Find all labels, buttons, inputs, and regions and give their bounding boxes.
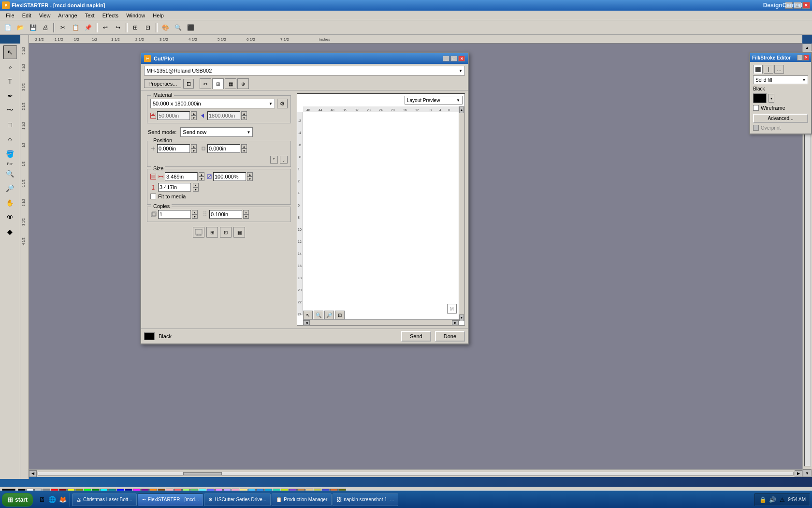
size-pct-field[interactable]: 100.000% (213, 172, 246, 181)
tab-more-btn[interactable]: ⊕ (237, 78, 249, 89)
preview-zoom-fit-btn[interactable]: ⊡ (335, 311, 345, 319)
menu-arrange[interactable]: Arrange (54, 12, 81, 19)
node-tool[interactable]: ⬦ (3, 60, 17, 74)
fit-to-media-check[interactable] (150, 194, 156, 199)
shape-tool[interactable]: ◆ (3, 225, 17, 239)
redo-btn[interactable]: ↪ (112, 22, 124, 33)
size-pct-up[interactable]: ▲ (247, 172, 253, 177)
layout-preview-dropdown[interactable]: Layout Preview ▼ (405, 96, 463, 105)
select-tool[interactable]: ↖ (3, 45, 17, 59)
pos-y-down[interactable]: ▼ (241, 149, 247, 153)
fill-tool[interactable]: 🪣 (3, 147, 17, 161)
size-w-down[interactable]: ▼ (199, 177, 204, 181)
copies-count-field[interactable]: 1 (158, 210, 191, 219)
fillstroke-close-btn[interactable]: ✕ (803, 55, 809, 60)
menu-view[interactable]: View (35, 12, 55, 19)
taskbar-item-christmas[interactable]: 🖨 Christmas Laser Bott... (72, 493, 137, 506)
send-mode-dropdown[interactable]: Send now ▼ (180, 127, 253, 137)
view1-btn[interactable]: ⊞ (130, 22, 141, 33)
material-config-btn[interactable]: ⚙ (277, 99, 288, 108)
scroll-left-btn[interactable]: ◀ (29, 470, 37, 477)
width-up-btn[interactable]: ▲ (191, 111, 197, 116)
dialog-close-btn[interactable]: ✕ (458, 56, 465, 61)
preview-hscroll[interactable]: ◀ ▶ (303, 319, 459, 325)
dialog-tool1[interactable]: ⊡ (183, 79, 194, 89)
pos-y-field[interactable]: 0.000in (207, 144, 240, 153)
fillstroke-fill-tab[interactable]: ⬛ (753, 65, 763, 74)
size-h-up[interactable]: ▲ (193, 183, 199, 187)
preview-scroll-left[interactable]: ◀ (303, 320, 310, 325)
dialog-maximize-btn[interactable]: □ (450, 56, 457, 61)
cut-btn[interactable]: ✂ (57, 22, 69, 33)
scroll-right-btn[interactable]: ▶ (795, 470, 802, 477)
properties-btn[interactable]: Properties... (144, 79, 181, 88)
height-down-btn[interactable]: ▼ (241, 116, 247, 120)
curve-tool[interactable]: 〜 (3, 104, 17, 117)
height-up-btn[interactable]: ▲ (241, 111, 247, 116)
pos-x-up[interactable]: ▲ (191, 144, 197, 149)
overprint-checkbox[interactable] (753, 125, 759, 131)
bottom-btn3[interactable]: ⊡ (220, 227, 232, 238)
taskbar-item-uscutter[interactable]: ⚙ USCutter Series Drive... (204, 493, 271, 506)
browser-icon[interactable]: 🌐 (47, 495, 57, 505)
color-btn[interactable]: 🎨 (160, 22, 171, 33)
paste-btn[interactable]: 📌 (82, 22, 94, 33)
menu-window[interactable]: Window (122, 12, 149, 19)
width-field[interactable]: 50.000in (157, 111, 190, 120)
fill-type-dropdown[interactable]: Solid fill ▼ (753, 75, 808, 84)
width-down-btn[interactable]: ▼ (191, 116, 197, 120)
tab-settings-btn[interactable]: ⊞ (212, 78, 224, 89)
ellipse-tool[interactable]: ○ (3, 133, 17, 146)
open-btn[interactable]: 📂 (14, 22, 26, 33)
copies-up[interactable]: ▲ (192, 210, 198, 214)
menu-text[interactable]: Text (81, 12, 99, 19)
fillstroke-minimize-btn[interactable]: _ (797, 55, 803, 60)
dialog-minimize-btn[interactable]: _ (443, 56, 450, 61)
size-h-field[interactable]: 3.417in (158, 183, 191, 192)
send-button[interactable]: Send (401, 331, 431, 342)
copy-btn[interactable]: 📋 (70, 22, 81, 33)
palette-btn[interactable]: ⬛ (185, 22, 196, 33)
copies-gap-up[interactable]: ▲ (243, 210, 249, 214)
size-pct-down[interactable]: ▼ (247, 177, 253, 181)
fillstroke-color-box[interactable] (753, 93, 767, 103)
menu-file[interactable]: File (2, 12, 18, 19)
copies-gap-down[interactable]: ▼ (243, 214, 249, 219)
size-w-up[interactable]: ▲ (199, 172, 204, 177)
zoom-in-tool[interactable]: 🔍 (3, 167, 17, 180)
print-btn[interactable]: 🖨 (40, 22, 51, 33)
menu-edit[interactable]: Edit (18, 12, 35, 19)
pos-y-up[interactable]: ▲ (241, 144, 247, 149)
anchor-tl-btn[interactable]: ⌜ (270, 156, 278, 164)
tab-cut-btn[interactable]: ✂ (200, 78, 211, 89)
new-btn[interactable]: 📄 (2, 22, 14, 33)
taskbar-item-production[interactable]: 📋 Production Manager (272, 493, 332, 506)
tab-preview-btn[interactable]: ▦ (225, 78, 236, 89)
menu-effects[interactable]: Effects (99, 12, 122, 19)
zoom-out-tool[interactable]: 🔎 (3, 181, 17, 195)
start-button[interactable]: ⊞ start (2, 493, 33, 507)
bottom-btn2[interactable]: ⊞ (206, 227, 218, 238)
copies-gap-field[interactable]: 0.100in (209, 210, 242, 219)
preview-zoom-in-btn[interactable]: 🔍 (314, 311, 323, 319)
wireframe-checkbox[interactable] (753, 105, 759, 111)
scroll-down-btn[interactable]: ▼ (803, 469, 812, 477)
size-h-down[interactable]: ▼ (193, 187, 199, 192)
show-desktop-icon[interactable]: 🖥 (37, 495, 46, 505)
browser2-icon[interactable]: 🦊 (58, 495, 68, 505)
bottom-btn4[interactable]: ▦ (233, 227, 245, 238)
save-btn[interactable]: 💾 (27, 22, 39, 33)
copies-down[interactable]: ▼ (192, 214, 198, 219)
fillstroke-stroke-tab[interactable]: | (764, 65, 773, 74)
preview-scroll-up[interactable]: ▲ (459, 106, 464, 113)
pan-tool[interactable]: ✋ (3, 196, 17, 209)
material-size-dropdown[interactable]: 50.000 x 1800.000in ▼ (150, 99, 275, 108)
preview-vscroll[interactable]: ▲ ▼ (459, 106, 464, 321)
rect-tool[interactable]: □ (3, 118, 17, 132)
bottom-btn1[interactable] (193, 227, 204, 238)
preview-zoom-cursor-btn[interactable]: ↖ (303, 311, 313, 319)
h-scrollbar[interactable]: ◀ ▶ (29, 469, 802, 477)
preview-scroll-down[interactable]: ▼ (459, 314, 464, 321)
anchor-br-btn[interactable]: ⌟ (280, 156, 288, 164)
fillstroke-more-tab[interactable]: … (774, 65, 784, 74)
